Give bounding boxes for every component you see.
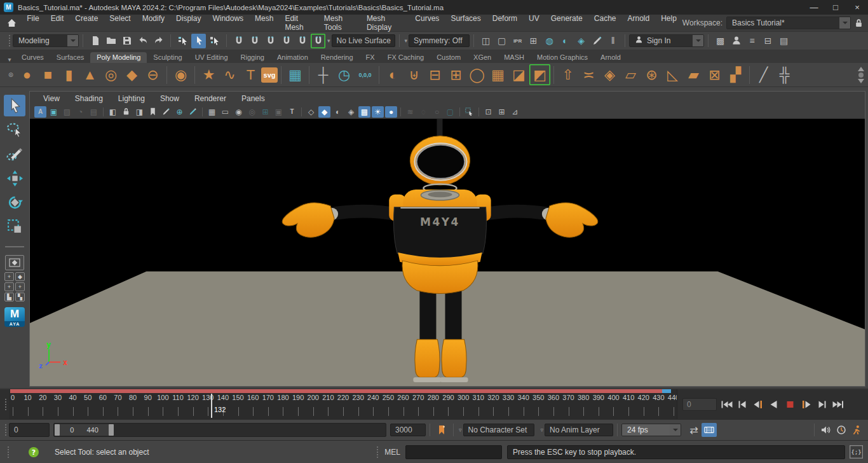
menu-modify[interactable]: Modify bbox=[137, 14, 170, 32]
new-scene-icon[interactable] bbox=[88, 34, 102, 48]
menu-edit[interactable]: Edit bbox=[45, 14, 70, 32]
menu-show[interactable]: Show bbox=[153, 94, 186, 103]
lock-icon[interactable] bbox=[855, 18, 863, 28]
menu-edit-mesh[interactable]: Edit Mesh bbox=[279, 14, 318, 32]
film-gate-icon[interactable]: ▭ bbox=[219, 106, 231, 118]
poly-torus-icon[interactable]: ◎ bbox=[100, 64, 121, 85]
poly-helix-icon[interactable]: ∿ bbox=[219, 64, 240, 85]
lock-camera-icon[interactable] bbox=[120, 106, 132, 118]
mel-command-input[interactable] bbox=[405, 445, 502, 459]
safe-title-icon[interactable]: T bbox=[286, 106, 298, 118]
drag-handle[interactable] bbox=[8, 446, 9, 458]
drag-handle[interactable] bbox=[5, 399, 6, 410]
snap-to-grid-icon[interactable] bbox=[231, 34, 246, 48]
lasso-select-tool[interactable] bbox=[4, 119, 25, 141]
menu-cache[interactable]: Cache bbox=[588, 14, 622, 32]
grease-pencil-icon[interactable] bbox=[160, 106, 172, 118]
open-render-view-icon[interactable]: ◫ bbox=[478, 34, 493, 48]
time-editor-icon[interactable] bbox=[702, 423, 717, 437]
animation-start-field[interactable]: 0 bbox=[9, 423, 50, 437]
shelf-tab-poly-modeling[interactable]: Poly Modeling bbox=[90, 52, 147, 63]
mirror-icon[interactable]: ◪ bbox=[508, 64, 529, 85]
rotate-tool[interactable] bbox=[4, 191, 25, 213]
shelf-tab-sculpting[interactable]: Sculpting bbox=[147, 52, 188, 63]
stop-button[interactable] bbox=[782, 397, 798, 411]
layout-persp-outliner-button[interactable]: ◆ bbox=[15, 272, 25, 281]
camera-settings-icon[interactable]: ◨ bbox=[133, 106, 146, 118]
poly-cone-icon[interactable]: ▲ bbox=[79, 64, 100, 85]
platonic-solid-icon[interactable]: ◉ bbox=[170, 64, 191, 85]
symmetry-field[interactable]: Symmetry: Off bbox=[409, 34, 470, 47]
annotate-icon[interactable] bbox=[187, 106, 199, 118]
ambient-occlusion-icon[interactable]: ▢ bbox=[444, 106, 456, 118]
go-to-start-button[interactable] bbox=[719, 397, 735, 411]
motion-blur-icon[interactable]: ◌ bbox=[417, 106, 430, 118]
select-by-component-icon[interactable] bbox=[207, 34, 222, 48]
shelf-menu-icon[interactable]: ▾ bbox=[4, 56, 15, 63]
center-pivot-icon[interactable]: ┼ bbox=[313, 64, 334, 85]
chevron-down-icon[interactable] bbox=[67, 35, 78, 46]
shelf-tab-custom[interactable]: Custom bbox=[430, 52, 467, 63]
shelf-tab-curves[interactable]: Curves bbox=[15, 52, 50, 63]
poly-plane-icon[interactable]: ◆ bbox=[121, 64, 142, 85]
poly-cylinder-icon[interactable]: ▮ bbox=[58, 64, 79, 85]
poly-cube-icon[interactable]: ■ bbox=[37, 64, 58, 85]
quad-draw-icon[interactable]: ▞ bbox=[725, 64, 746, 85]
chevron-down-icon[interactable] bbox=[693, 35, 703, 46]
layout-outliner-persp-button[interactable]: ▙ bbox=[4, 293, 14, 301]
timeline-ruler[interactable]: 0102030405060708090100110120130140150160… bbox=[9, 389, 677, 419]
minimize-button[interactable]: — bbox=[803, 0, 825, 15]
live-surface-field[interactable]: No Live Surface bbox=[332, 34, 395, 47]
step-forward-frame-button[interactable] bbox=[814, 397, 830, 411]
shelf-tab-rigging[interactable]: Rigging bbox=[234, 52, 271, 63]
shelf-tab-animation[interactable]: Animation bbox=[271, 52, 315, 63]
range-slider-track[interactable]: 0 440 bbox=[53, 423, 386, 437]
layout-four-pane-button[interactable]: + bbox=[4, 272, 14, 281]
snap-to-curve-icon[interactable] bbox=[247, 34, 262, 48]
drag-handle[interactable] bbox=[9, 35, 10, 46]
character-set-field[interactable]: No Character Set bbox=[463, 424, 534, 436]
extrude-icon[interactable]: ⇧ bbox=[557, 64, 578, 85]
script-editor-icon[interactable]: {;} bbox=[850, 445, 863, 459]
menu-mesh[interactable]: Mesh bbox=[249, 14, 279, 32]
menuset-selector-dropdown[interactable]: Modeling bbox=[13, 34, 79, 47]
paint-select-tool[interactable] bbox=[4, 143, 25, 165]
bevel-icon[interactable]: ◈ bbox=[599, 64, 620, 85]
layout-single-pane-button[interactable] bbox=[5, 255, 24, 270]
super-shape-icon[interactable]: ★ bbox=[198, 64, 219, 85]
ipr-render-icon[interactable]: IPR bbox=[510, 34, 525, 48]
camera-attributes-icon[interactable]: ◧ bbox=[107, 106, 119, 118]
tool-settings-icon[interactable]: ⊟ bbox=[761, 34, 775, 48]
snap-cursor-icon[interactable]: ⊕ bbox=[173, 106, 186, 118]
use-default-material-icon[interactable]: ▩ bbox=[358, 106, 370, 118]
bookmark-view-icon[interactable] bbox=[147, 106, 159, 118]
render-setup-icon[interactable]: ◈ bbox=[574, 34, 588, 48]
gate-mask-icon[interactable]: ◎ bbox=[246, 106, 258, 118]
select-tool[interactable] bbox=[4, 95, 25, 116]
material-mode-icon[interactable]: ◐ bbox=[332, 106, 344, 118]
render-settings-icon[interactable]: ⊞ bbox=[526, 34, 541, 48]
anim-layer-field[interactable]: No Anim Layer bbox=[545, 424, 613, 436]
save-scene-icon[interactable] bbox=[119, 34, 134, 48]
shelf-tab-fx[interactable]: FX bbox=[360, 52, 381, 63]
make-object-live-icon[interactable] bbox=[311, 34, 325, 48]
attributes-toggle-icon[interactable]: A bbox=[34, 106, 46, 118]
animation-end-field[interactable]: 3000 bbox=[390, 424, 426, 436]
menu-shading[interactable]: Shading bbox=[68, 94, 110, 103]
shelf-tab-arnold[interactable]: Arnold bbox=[594, 52, 627, 63]
object-symmetry-icon[interactable]: ◩ bbox=[529, 64, 550, 85]
chevron-down-icon[interactable]: ▿ bbox=[541, 427, 544, 433]
fps-dropdown[interactable]: 24 fps bbox=[621, 424, 681, 436]
move-tool[interactable] bbox=[4, 167, 25, 189]
all-lights-icon[interactable]: ☀ bbox=[372, 106, 384, 118]
menu-panels[interactable]: Panels bbox=[234, 94, 272, 103]
transform-component-icon[interactable]: ⊠ bbox=[704, 64, 725, 85]
shelf-scroll-down-icon[interactable] bbox=[858, 79, 864, 86]
menu-view[interactable]: View bbox=[36, 94, 67, 103]
menu-mesh-display[interactable]: Mesh Display bbox=[361, 14, 409, 32]
chevron-down-icon[interactable]: ▿ bbox=[459, 427, 462, 433]
menu-arnold[interactable]: Arnold bbox=[621, 14, 655, 32]
drag-handle[interactable] bbox=[5, 424, 6, 436]
current-time-field[interactable]: 0 bbox=[682, 398, 717, 411]
color-management-icon[interactable]: ◔ bbox=[74, 106, 86, 118]
